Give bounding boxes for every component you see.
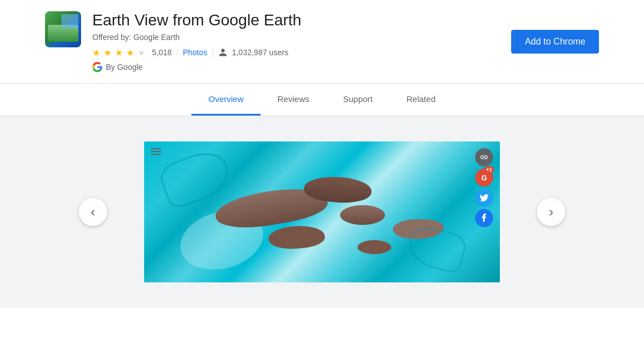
next-slide-button[interactable]: › [537, 198, 565, 226]
users-count: 1,032,987 users [232, 48, 288, 57]
tab-related[interactable]: Related [390, 84, 453, 116]
content-area: ‹ [0, 116, 644, 308]
star-5: ★ [137, 47, 147, 57]
app-title: Earth View from Google Earth [92, 11, 511, 29]
tab-reviews[interactable]: Reviews [261, 84, 327, 116]
social-icons: G +1 [475, 148, 493, 227]
google-logo [92, 62, 102, 72]
facebook-icon [481, 214, 487, 223]
tabs-container: Overview Reviews Support Related [0, 84, 644, 116]
link-icon [480, 153, 489, 162]
ratings-row: ★ ★ ★ ★ ★ 5,018 | Photos | 1,032,987 use… [92, 47, 511, 57]
slide-image: G +1 [144, 141, 500, 282]
tab-overview[interactable]: Overview [191, 84, 261, 116]
star-1: ★ [92, 47, 102, 57]
image-overlay: G +1 [144, 141, 500, 282]
chevron-left-icon: ‹ [91, 204, 95, 220]
add-to-chrome-button[interactable]: Add to Chrome [511, 30, 599, 54]
separator: | [176, 48, 178, 57]
chevron-right-icon: › [549, 204, 553, 220]
app-info: Earth View from Google Earth Offered by:… [92, 11, 511, 72]
by-google-row: By Google [92, 62, 511, 72]
app-header: Earth View from Google Earth Offered by:… [0, 0, 644, 84]
photos-link[interactable]: Photos [183, 48, 208, 57]
facebook-share-button[interactable] [475, 209, 493, 227]
separator-2: | [212, 48, 214, 57]
by-google-label: By Google [106, 63, 142, 72]
prev-slide-button[interactable]: ‹ [79, 198, 107, 226]
star-2: ★ [104, 47, 114, 57]
plus-one-badge: +1 [484, 166, 494, 173]
tab-support[interactable]: Support [326, 84, 390, 116]
star-rating: ★ ★ ★ ★ ★ [92, 47, 147, 57]
star-3: ★ [115, 47, 125, 57]
app-icon [45, 11, 81, 47]
star-4: ★ [126, 47, 136, 57]
offered-by: Offered by: Google Earth [92, 33, 511, 42]
link-share-button[interactable] [475, 148, 493, 166]
users-icon [218, 48, 227, 57]
twitter-share-button[interactable] [475, 189, 493, 207]
menu-icon[interactable] [151, 148, 161, 155]
twitter-icon [480, 194, 489, 202]
google-plus-button[interactable]: G +1 [475, 169, 493, 187]
tabs: Overview Reviews Support Related [191, 84, 452, 116]
gplus-label: G [481, 174, 487, 182]
rating-count: 5,018 [152, 48, 172, 57]
